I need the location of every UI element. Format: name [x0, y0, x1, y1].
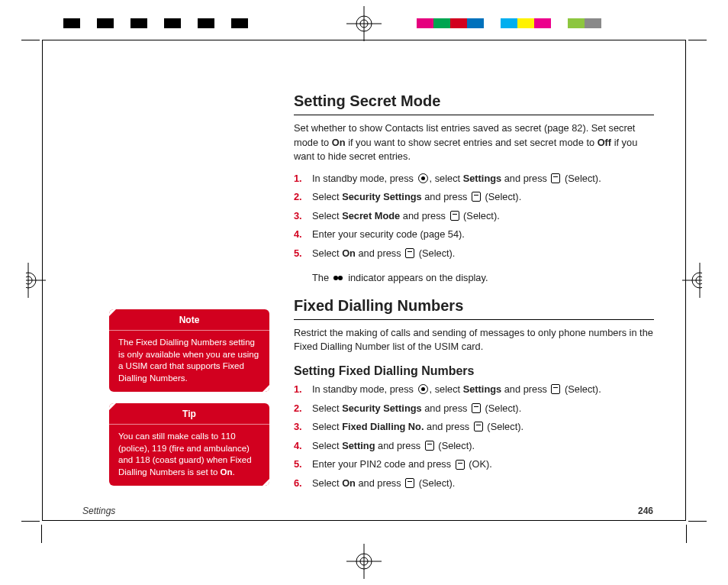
- colorbar-left: [63, 18, 265, 28]
- list-item: 2.Select Security Settings and press (Se…: [294, 402, 654, 416]
- crop-tick: [21, 521, 40, 522]
- result-text: The indicator appears on the display.: [312, 271, 654, 286]
- softkey-icon: [405, 478, 414, 488]
- registration-mark-top: [346, 6, 382, 41]
- softkey-icon: [450, 211, 459, 221]
- list-item: 5.Enter your PIN2 code and press (OK).: [294, 457, 654, 472]
- heading-fixed-dialling: Fixed Dialling Numbers: [294, 295, 654, 320]
- crop-tick: [686, 525, 687, 543]
- softkey-icon: [472, 192, 481, 202]
- crop-tick: [688, 521, 707, 522]
- main-content: Setting Secret Mode Set whether to show …: [294, 90, 654, 503]
- steps-secret-mode: 1.In standby mode, press , select Settin…: [294, 172, 654, 261]
- footer-page-number: 246: [638, 506, 653, 516]
- list-item: 6.Select On and press (Select).: [294, 477, 654, 491]
- registration-mark-left: [11, 263, 46, 298]
- svg-rect-17: [702, 263, 717, 298]
- crop-tick: [41, 525, 42, 543]
- softkey-icon: [551, 173, 560, 183]
- softkey-icon: [405, 248, 414, 258]
- softkey-icon: [425, 441, 434, 451]
- list-item: 2.Select Security Settings and press (Se…: [294, 190, 654, 205]
- intro-secret-mode: Set whether to show Contacts list entrie…: [294, 121, 654, 164]
- tip-body: You can still make calls to 110 (police)…: [109, 425, 269, 486]
- center-key-icon: [418, 173, 428, 183]
- crop-tick: [21, 40, 40, 40]
- tip-title: Tip: [109, 403, 269, 425]
- note-callout: Note The Fixed Dialling Numbers setting …: [109, 309, 269, 392]
- steps-fixed-dialling: 1.In standby mode, press , select Settin…: [294, 383, 654, 490]
- list-item: 4.Enter your security code (page 54).: [294, 228, 654, 242]
- softkey-icon: [551, 384, 560, 394]
- list-item: 1.In standby mode, press , select Settin…: [294, 383, 654, 397]
- intro-fixed-dialling: Restrict the making of calls and sending…: [294, 326, 654, 354]
- colorbar-right: [417, 18, 618, 28]
- page-footer: Settings 246: [82, 506, 653, 516]
- tip-callout: Tip You can still make calls to 110 (pol…: [109, 403, 269, 486]
- indicator-icon: [333, 275, 344, 281]
- heading-secret-mode: Setting Secret Mode: [294, 90, 654, 115]
- list-item: 4.Select Setting and press (Select).: [294, 439, 654, 454]
- list-item: 1.In standby mode, press , select Settin…: [294, 172, 654, 186]
- softkey-icon: [472, 403, 481, 413]
- registration-mark-bottom: [346, 544, 382, 579]
- svg-rect-12: [11, 263, 26, 298]
- note-body: The Fixed Dialling Numbers setting is on…: [109, 331, 269, 392]
- list-item: 3.Select Fixed Dialling No. and press (S…: [294, 420, 654, 435]
- crop-tick: [688, 40, 707, 40]
- note-title: Note: [109, 309, 269, 331]
- subheading-setting-fdn: Setting Fixed Dialling Numbers: [294, 362, 654, 380]
- list-item: 3.Select Secret Mode and press (Select).: [294, 209, 654, 224]
- footer-section: Settings: [82, 506, 115, 516]
- softkey-icon: [456, 460, 465, 470]
- registration-mark-right: [682, 263, 717, 298]
- softkey-icon: [474, 422, 483, 431]
- list-item: 5.Select On and press (Select).: [294, 247, 654, 261]
- center-key-icon: [418, 384, 428, 394]
